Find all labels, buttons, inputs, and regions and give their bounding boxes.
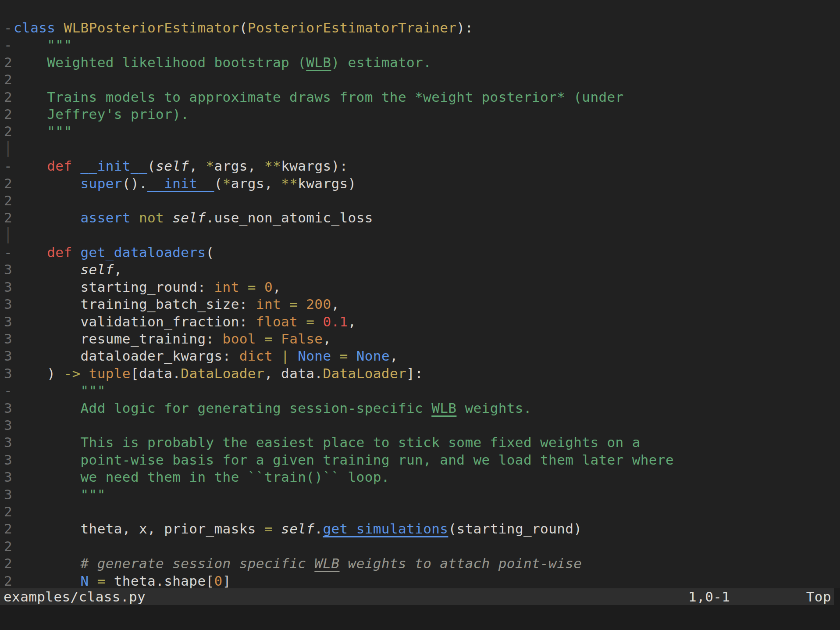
code-line[interactable]: 3 we need them in the ``train()`` loop. [0,469,840,486]
code-token: (). [122,175,147,191]
code-line[interactable]: - """ [0,36,840,54]
code-text: """ [0,486,106,503]
code-token: """ [14,487,106,502]
code-text: N = theta.shape[0] [0,573,231,590]
code-token: , [390,348,398,364]
code-token: ( [147,158,156,174]
code-line[interactable]: - """ [0,382,840,399]
code-line[interactable]: 3 This is probably the easiest place to … [0,434,840,451]
code-line[interactable]: 2 Weighted likelihood bootstrap (WLB) es… [0,54,840,71]
code-token: def [14,158,72,174]
code-token: WLBPosteriorEstimator [64,20,239,36]
fold-level-number: 3 [4,365,14,382]
code-text: we need them in the ``train()`` loop. [0,469,390,486]
code-token: = [97,573,106,589]
code-token: dataloader_kwargs: [14,348,239,364]
code-token: PosteriorEstimatorTrainer [248,20,457,36]
code-token: args, [231,175,281,191]
code-token: None [298,348,331,364]
fold-level-number: 3 [4,469,14,486]
fold-level-number: 2 [4,106,14,123]
code-token: * [206,158,214,174]
code-token: DataLoader [181,365,264,381]
code-line[interactable]: -class WLBPosteriorEstimator(PosteriorEs… [0,19,840,36]
code-token: WLB [314,555,339,571]
code-token: (starting_round) [448,521,582,537]
code-token: = [340,348,348,364]
code-text: self, [0,261,122,278]
code-token: , [323,331,331,347]
code-token: , [114,261,122,277]
fold-open-marker[interactable]: - [4,36,14,54]
code-token: 0 [214,573,223,589]
code-text: Add logic for generating session-specifi… [0,400,532,417]
code-text: This is probably the easiest place to st… [0,434,641,451]
code-token [256,331,264,347]
code-line[interactable]: 3 Add logic for generating session-speci… [0,400,840,417]
code-line[interactable]: 2 super().__init__(*args, **kwargs) [0,175,840,192]
code-line[interactable]: 2 [0,71,840,88]
code-line[interactable]: 2 """ [0,123,840,140]
code-line[interactable]: 3 [0,417,840,434]
code-token: , [348,314,356,329]
fold-open-marker[interactable]: - [4,382,14,399]
code-token [314,314,323,329]
code-line[interactable]: 2 N = theta.shape[0] [0,573,840,590]
code-token: 0 [264,279,273,295]
code-line[interactable]: │ [0,140,840,158]
code-token: DataLoader [323,365,406,381]
code-token [131,210,139,226]
fold-open-marker[interactable]: - [4,244,14,261]
code-line[interactable]: 2 [0,538,840,555]
fold-level-number: 2 [4,503,14,520]
code-line[interactable]: 2 theta, x, prior_masks = self.get_simul… [0,520,840,537]
fold-level-number: 3 [4,261,14,278]
fold-level-bar: │ [4,140,14,158]
code-line[interactable]: 2 Jeffrey's prior). [0,106,840,123]
code-line[interactable]: 3 training_batch_size: int = 200, [0,296,840,313]
code-line[interactable]: 3 point-wise basis for a given training … [0,451,840,469]
fold-open-marker[interactable]: - [4,158,14,175]
code-line[interactable]: 3 starting_round: int = 0, [0,279,840,296]
code-line[interactable]: 2 assert not self.use_non_atomic_loss [0,209,840,226]
code-line[interactable]: 3 validation_fraction: float = 0.1, [0,313,840,330]
fold-level-number: 3 [4,330,14,347]
code-token [273,331,281,347]
code-line[interactable]: │ [0,227,840,244]
code-line[interactable]: 3 ) -> tuple[data.DataLoader, data.DataL… [0,365,840,382]
code-token: """ [14,37,72,53]
code-line[interactable]: 2 # generate session specific WLB weight… [0,555,840,572]
code-line[interactable]: 2 [0,192,840,209]
code-token: , [189,158,206,174]
code-text: Jeffrey's prior). [0,106,189,123]
code-token [289,348,298,364]
code-token [331,348,339,364]
status-cursor-position: 1,0-1 [688,588,730,605]
code-line[interactable]: - def __init__(self, *args, **kwargs): [0,158,840,175]
code-line[interactable]: 2 [0,503,840,520]
fold-level-number: 3 [4,486,14,503]
code-token [72,244,80,260]
fold-level-number: 2 [4,520,14,537]
code-line[interactable]: 3 dataloader_kwargs: dict | None = None, [0,347,840,365]
code-token [281,296,289,312]
code-line[interactable]: 3 self, [0,261,840,278]
code-token: This is probably the easiest place to st… [14,434,641,450]
code-line[interactable]: - def get_dataloaders( [0,244,840,261]
code-token: ( [239,20,248,36]
code-token: bool [223,331,256,347]
fold-level-number: 2 [4,209,14,226]
fold-level-number: 2 [4,192,14,209]
status-file-path: examples/class.py [4,588,146,605]
command-line-area [0,605,840,630]
fold-level-number: 2 [4,123,14,140]
code-line[interactable]: 3 resume_training: bool = False, [0,330,840,347]
code-token: [data. [131,365,181,381]
code-token: = [264,521,273,537]
code-line[interactable]: 2 Trains models to approximate draws fro… [0,89,840,106]
fold-open-marker[interactable]: - [4,19,14,36]
fold-level-number: 3 [4,400,14,417]
status-bar: examples/class.py 1,0-1 Top [0,588,834,605]
code-line[interactable]: 3 """ [0,486,840,503]
code-token: validation_fraction: [14,314,256,329]
